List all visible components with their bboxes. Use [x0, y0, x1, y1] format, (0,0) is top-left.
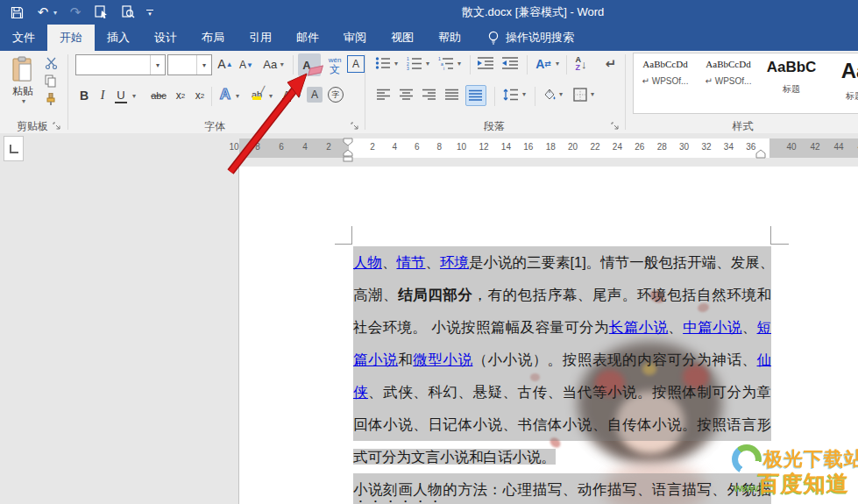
hyperlink[interactable]: 中篇小说 — [683, 319, 742, 335]
paste-button[interactable] — [7, 54, 39, 84]
paragraph-dialog-launcher[interactable] — [611, 121, 621, 131]
horizontal-ruler[interactable]: 1086422468101214161820222426283032343640… — [239, 138, 858, 158]
strikethrough-button[interactable]: abc — [147, 89, 170, 103]
style-item-1[interactable]: AaBbCcDd↵ WPSOf... — [634, 53, 697, 111]
character-border-button[interactable]: A — [347, 55, 365, 73]
multilevel-list-button[interactable]: 1ai — [438, 56, 454, 70]
font-size-dropdown-icon[interactable]: ▾ — [196, 55, 211, 75]
tab-home[interactable]: 开始 — [47, 25, 95, 51]
first-line-indent-marker[interactable] — [342, 138, 354, 146]
shading-button[interactable] — [540, 86, 559, 103]
line-spacing-dropdown-icon[interactable]: ▾ — [522, 90, 526, 98]
document-line-2[interactable]: 高潮、结局四部分，有的包括序幕、尾声。环境包括自然环境和 — [353, 279, 771, 311]
align-right-button[interactable] — [422, 89, 436, 101]
align-center-button[interactable] — [400, 89, 414, 101]
hyperlink[interactable]: 情节 — [397, 254, 426, 270]
subscript-button[interactable]: x2 — [173, 89, 188, 103]
copy-button[interactable] — [42, 74, 60, 88]
text-effects-dropdown-icon[interactable]: ▾ — [233, 91, 242, 100]
shading-dropdown-icon[interactable]: ▾ — [559, 90, 563, 98]
document-text[interactable]: 人物、情节、环境是小说的三要素[1]。情节一般包括开端、发展、高潮、结局四部分，… — [353, 246, 771, 504]
sort-button[interactable]: AZ ↓ — [571, 54, 591, 74]
hanging-indent-marker[interactable] — [342, 149, 354, 163]
text-highlight-button[interactable]: ab╱ — [247, 86, 266, 103]
undo-dropdown-icon[interactable]: ▾ — [53, 9, 57, 17]
tab-mailings[interactable]: 邮件 — [284, 25, 331, 51]
font-color-dropdown-icon[interactable]: ▾ — [294, 91, 303, 100]
borders-button[interactable] — [571, 86, 589, 103]
font-dialog-launcher[interactable] — [351, 121, 361, 131]
enclose-characters-button[interactable]: 字 — [328, 87, 344, 103]
document-line-5[interactable]: 侠、武侠、科幻、悬疑、古传、当代等小说。按照体制可分为章 — [353, 376, 771, 408]
character-shading-button[interactable]: A — [307, 87, 323, 103]
bullets-button[interactable] — [375, 56, 391, 70]
superscript-button[interactable]: x2 — [192, 89, 208, 103]
tab-help[interactable]: 帮助 — [426, 25, 473, 51]
font-name-combobox[interactable]: ▾ — [75, 54, 166, 75]
bullets-dropdown-icon[interactable]: ▾ — [394, 60, 398, 67]
italic-button[interactable]: I — [96, 88, 109, 103]
underline-button[interactable]: U — [115, 88, 127, 103]
tab-stop-selector[interactable] — [4, 136, 24, 161]
document-line-6[interactable]: 回体小说、日记体小说、书信体小说、自传体小说。按照语言形 — [353, 408, 771, 441]
phonetic-guide-button[interactable]: wén 文 — [324, 53, 345, 77]
save-icon[interactable] — [9, 4, 25, 20]
underline-dropdown-icon[interactable]: ▾ — [130, 91, 138, 100]
shrink-font-button[interactable]: A▼ — [238, 58, 255, 72]
multilevel-dropdown-icon[interactable]: ▾ — [457, 60, 461, 67]
style-item-3[interactable]: AaBbC标题 — [760, 53, 823, 111]
justify-button[interactable] — [445, 89, 459, 101]
asian-layout-dropdown-icon[interactable]: ▾ — [556, 60, 559, 67]
change-case-button[interactable]: Aa ▾ — [260, 56, 287, 72]
hyperlink[interactable]: 环境 — [440, 254, 469, 270]
numbering-button[interactable]: 123 — [407, 56, 422, 70]
clear-formatting-button[interactable]: A — [298, 53, 321, 76]
tab-review[interactable]: 审阅 — [331, 25, 379, 51]
print-preview-icon[interactable] — [120, 4, 136, 20]
document-line-1[interactable]: 人物、情节、环境是小说的三要素[1]。情节一般包括开端、发展、 — [353, 246, 771, 279]
text-effects-button[interactable]: A — [216, 86, 234, 103]
cut-button[interactable] — [42, 56, 60, 70]
style-item-2[interactable]: AaBbCcDd↵ WPSOf... — [697, 53, 760, 111]
bold-button[interactable]: B — [77, 88, 91, 103]
paste-dropdown-icon[interactable]: ▾ — [19, 96, 28, 105]
hyperlink[interactable]: 长篇小说 — [609, 319, 669, 335]
font-name-dropdown-icon[interactable]: ▾ — [150, 55, 165, 75]
tab-references[interactable]: 引用 — [237, 25, 284, 51]
customize-quick-access-icon[interactable]: ▾ — [146, 10, 153, 16]
style-item-4[interactable]: Aa标题 — [823, 53, 858, 111]
numbering-dropdown-icon[interactable]: ▾ — [426, 60, 429, 67]
borders-dropdown-icon[interactable]: ▾ — [591, 90, 594, 98]
font-size-combobox[interactable]: ▾ — [167, 54, 212, 75]
align-left-button[interactable] — [377, 89, 391, 101]
increase-indent-button[interactable] — [501, 56, 519, 70]
show-marks-button[interactable]: ↵ — [601, 54, 620, 74]
document-line-4[interactable]: 篇小说和微型小说（小小说）。按照表现的内容可分为神话、仙 — [353, 344, 771, 376]
format-painter-button[interactable] — [42, 92, 60, 106]
font-size-value[interactable] — [168, 55, 196, 75]
hyperlink[interactable]: 微型小说 — [413, 351, 472, 367]
clipboard-dialog-launcher[interactable] — [53, 121, 63, 131]
font-color-button[interactable]: A — [279, 86, 294, 103]
document-line-3[interactable]: 社会环境。 小说按照篇幅及容量可分为长篇小说、中篇小说、短 — [353, 311, 771, 344]
hyperlink[interactable]: 篇小说 — [353, 351, 398, 367]
hyperlink[interactable]: 人物 — [353, 254, 382, 270]
undo-icon[interactable]: ↶ — [35, 4, 51, 20]
document-line-7[interactable]: 式可分为文言小说和白话小说。 — [353, 441, 771, 473]
distributed-align-button[interactable] — [465, 85, 486, 106]
tell-me-search[interactable]: 操作说明搜索 — [487, 25, 574, 51]
selected-text[interactable]: 式可分为文言小说和白话小说。 — [353, 449, 556, 465]
right-indent-marker[interactable] — [755, 149, 767, 159]
cursor-tool-icon[interactable] — [94, 4, 110, 20]
tab-design[interactable]: 设计 — [142, 25, 189, 51]
hyperlink[interactable]: 短 — [757, 319, 772, 335]
hyperlink[interactable]: 侠 — [353, 384, 368, 400]
tab-file[interactable]: 文件 — [0, 25, 47, 51]
document-line-8[interactable]: 小说刻画人物的方法：心理描写、动作描写、语言描写、外貌描 — [353, 473, 771, 504]
tab-insert[interactable]: 插入 — [95, 25, 142, 51]
tab-view[interactable]: 视图 — [379, 25, 426, 51]
line-spacing-button[interactable] — [501, 86, 521, 103]
decrease-indent-button[interactable] — [477, 56, 494, 70]
grow-font-button[interactable]: A▲ — [216, 56, 235, 72]
font-name-value[interactable] — [76, 55, 150, 75]
